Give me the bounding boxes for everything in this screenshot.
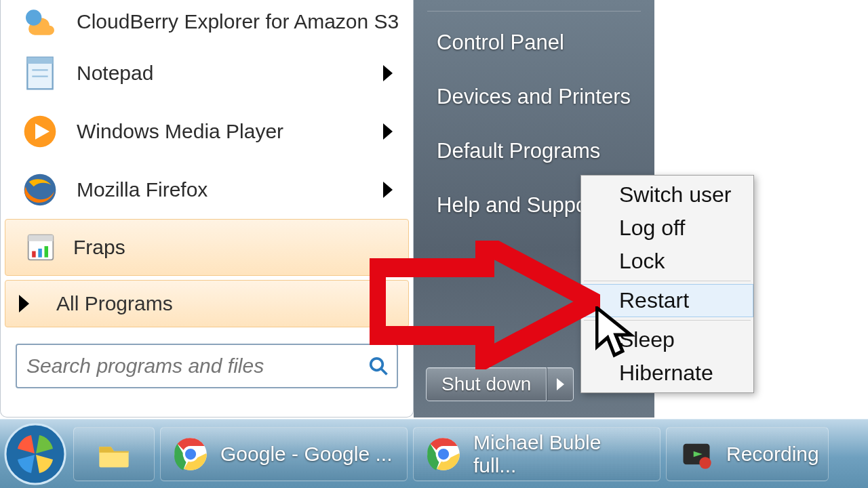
svg-point-13: [371, 359, 383, 371]
app-label: Windows Media Player: [77, 120, 383, 144]
chevron-right-icon: [383, 123, 393, 140]
folder-icon: [96, 436, 132, 472]
right-link-default-programs[interactable]: Default Programs: [414, 124, 654, 178]
search-icon: [368, 356, 389, 376]
taskbar-item-chrome-google[interactable]: Google - Google ...: [160, 427, 408, 481]
svg-rect-2: [27, 58, 52, 64]
search-box[interactable]: [16, 344, 398, 388]
svg-rect-12: [45, 246, 49, 258]
start-orb[interactable]: [3, 422, 68, 487]
divider: [584, 281, 751, 281]
search-area: [16, 344, 398, 388]
cloudberry-icon: [21, 3, 59, 41]
notepad-icon: [21, 54, 59, 92]
app-item-fraps[interactable]: Fraps: [5, 219, 409, 276]
all-programs-button[interactable]: All Programs: [5, 280, 409, 327]
svg-point-15: [5, 424, 65, 484]
taskbar-label: Recording: [726, 443, 819, 466]
svg-point-24: [699, 457, 711, 468]
search-input[interactable]: [25, 354, 368, 378]
taskbar-label: Google - Google ...: [220, 443, 392, 466]
recording-icon: [679, 436, 714, 472]
taskbar-item-recording[interactable]: Recording: [666, 427, 829, 481]
taskbar-label: Michael Buble full...: [473, 431, 648, 477]
chrome-icon: [173, 436, 208, 472]
shutdown-split-button: Shut down: [426, 367, 574, 401]
taskbar: Google - Google ... Michael Buble full..…: [0, 419, 868, 488]
chevron-right-icon: [19, 295, 29, 312]
svg-point-0: [26, 9, 41, 25]
app-label: CloudBerry Explorer for Amazon S3: [77, 10, 399, 34]
power-menu-log-off[interactable]: Log off: [581, 211, 753, 245]
start-menu-left-panel: CloudBerry Explorer for Amazon S3 Notepa…: [0, 0, 414, 418]
app-item-firefox[interactable]: Mozilla Firefox: [1, 161, 413, 219]
chevron-right-icon: [383, 182, 393, 198]
app-label: Notepad: [77, 62, 383, 85]
divider: [584, 320, 751, 321]
shutdown-label: Shut down: [441, 373, 531, 395]
app-item-wmp[interactable]: Windows Media Player: [1, 102, 413, 161]
shutdown-button[interactable]: Shut down: [426, 367, 547, 401]
power-menu-lock[interactable]: Lock: [581, 245, 753, 278]
right-link-control-panel[interactable]: Control Panel: [414, 16, 654, 70]
svg-rect-9: [28, 235, 54, 241]
power-menu-restart[interactable]: Restart: [581, 284, 753, 317]
shutdown-options-button[interactable]: [547, 367, 574, 401]
power-menu-sleep[interactable]: Sleep: [581, 323, 753, 357]
svg-rect-10: [32, 251, 36, 258]
fraps-icon: [26, 232, 56, 262]
app-label: Fraps: [73, 236, 399, 260]
chrome-icon: [426, 436, 461, 472]
app-item-cloudberry[interactable]: CloudBerry Explorer for Amazon S3: [1, 0, 413, 44]
taskbar-item-explorer[interactable]: [73, 427, 155, 481]
wmp-icon: [21, 113, 59, 150]
svg-line-14: [381, 369, 387, 375]
power-menu-hibernate[interactable]: Hibernate: [581, 357, 753, 390]
chevron-right-icon: [383, 65, 393, 81]
app-label: Mozilla Firefox: [77, 178, 383, 202]
power-options-menu: Switch user Log off Lock Restart Sleep H…: [580, 175, 754, 393]
power-menu-switch-user[interactable]: Switch user: [581, 178, 753, 211]
app-item-notepad[interactable]: Notepad: [1, 44, 413, 102]
divider: [427, 11, 641, 12]
right-link-devices[interactable]: Devices and Printers: [414, 70, 654, 124]
taskbar-item-chrome-buble[interactable]: Michael Buble full...: [413, 427, 660, 481]
all-programs-label: All Programs: [56, 292, 173, 315]
svg-rect-11: [38, 249, 42, 258]
start-menu: CloudBerry Explorer for Amazon S3 Notepa…: [0, 0, 654, 418]
firefox-icon: [21, 171, 59, 209]
